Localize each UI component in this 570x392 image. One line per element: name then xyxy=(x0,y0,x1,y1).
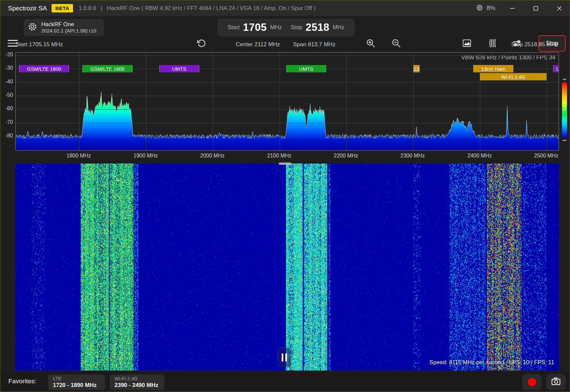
stop-freq-label: Stop xyxy=(290,24,302,31)
colorbar-bottom-handle[interactable] xyxy=(563,140,566,141)
gridline-vertical xyxy=(346,53,347,150)
band-badge: UMTS xyxy=(159,65,200,72)
band-badge: UMTS xyxy=(286,65,327,72)
pause-button[interactable] xyxy=(278,348,291,367)
band-badge: GSM/LTE 1800 xyxy=(82,65,133,72)
favorite-range: 1720 - 1890 MHz xyxy=(53,382,100,389)
x-axis-tick-label: 2400 MHz xyxy=(468,153,492,159)
x-axis-tick-label: 2500 MHz xyxy=(534,153,559,159)
y-axis-tick-label: -40 xyxy=(0,79,13,85)
band-badge: LT xyxy=(553,65,559,72)
device-firmware: 2024.02.1 (API:1.08) r10 xyxy=(41,28,96,34)
favorite-name: Wi-Fi 2.4G xyxy=(115,376,159,382)
record-icon xyxy=(528,378,536,386)
y-axis-tick-label: -80 xyxy=(0,133,13,139)
frequency-status-row: Start 1705.15 MHz Center 2112 MHz Span 8… xyxy=(0,39,570,51)
colorbar-marker xyxy=(563,106,566,107)
device-button[interactable]: HackRF One 2024.02.1 (API:1.08) r10 xyxy=(24,19,104,36)
gridline-vertical xyxy=(79,53,79,150)
start-freq-value[interactable]: 1705 xyxy=(243,21,267,34)
band-badge: 13 xyxy=(413,65,420,72)
device-name: HackRF One xyxy=(41,21,96,28)
app-version: 1.0.8.0 xyxy=(79,5,96,12)
start-freq-label: Start xyxy=(228,24,240,31)
gridline-horizontal xyxy=(16,123,559,123)
app-window: Spectrozir SA BETA 1.0.8.0 | HackRF One … xyxy=(0,0,570,392)
x-axis-tick-label: 2000 MHz xyxy=(200,153,225,159)
gridline-vertical xyxy=(280,53,280,150)
amplitude-colorbar[interactable] xyxy=(562,82,567,138)
camera-icon xyxy=(551,376,561,388)
gridline-horizontal xyxy=(16,109,559,110)
spectrum-plot: VBW 626 kHz / Points 1300 / FPS 34 GSM/L… xyxy=(15,52,559,150)
gear-icon xyxy=(28,22,37,33)
pause-icon xyxy=(285,353,287,362)
colorbar-marker xyxy=(563,109,566,110)
titlebar-divider: | xyxy=(101,5,102,12)
x-axis-tick-label: 1800 MHz xyxy=(67,153,91,159)
gridline-vertical xyxy=(547,53,547,150)
cpu-usage-value: 8% xyxy=(487,5,495,12)
gridline-vertical xyxy=(146,53,146,150)
y-axis-tick-label: -50 xyxy=(0,92,13,98)
minimize-button[interactable] xyxy=(505,0,520,16)
favorite-lte-button[interactable]: LTE 1720 - 1890 MHz xyxy=(48,375,105,390)
y-axis-tick-label: -70 xyxy=(0,119,13,125)
record-button[interactable] xyxy=(522,374,542,390)
waterfall-speed-text: Speed: 8115 MHz per second / LPS: 10 / F… xyxy=(429,359,554,366)
status-span: Span 813.7 MHz xyxy=(293,41,336,48)
cpu-usage-indicator: 8% xyxy=(475,3,495,13)
gridline-horizontal xyxy=(16,55,559,56)
y-axis-tick-label: -60 xyxy=(0,106,13,112)
start-freq-unit: MHz xyxy=(270,24,282,31)
gridline-horizontal xyxy=(16,136,559,137)
status-center: Center 2112 MHz xyxy=(236,41,280,48)
split-drag-handle[interactable] xyxy=(279,162,291,165)
x-axis-tick-label: 2100 MHz xyxy=(267,153,292,159)
favorites-bar: Favorites: LTE 1720 - 1890 MHz Wi-Fi 2.4… xyxy=(0,372,570,392)
stop-freq-value[interactable]: 2518 xyxy=(305,21,329,34)
gridline-horizontal xyxy=(16,96,559,96)
band-badge: 13cm Ham xyxy=(473,65,513,72)
x-axis-tick-label: 1900 MHz xyxy=(134,153,158,159)
x-axis-tick-label: 2200 MHz xyxy=(334,153,358,159)
favorite-name: LTE xyxy=(53,376,100,382)
frequency-range-box[interactable]: Start 1705 MHz Stop 2518 MHz xyxy=(217,19,355,36)
status-stop: Stop 2518.85 MHz xyxy=(511,41,558,48)
device-summary: HackRF One ( RBW 4.92 kHz / FFT 4064 / L… xyxy=(107,5,315,12)
beta-badge: BETA xyxy=(52,4,73,12)
band-badge: GSM/LTE 1800 xyxy=(19,65,69,72)
favorites-label: Favorites: xyxy=(8,378,36,385)
y-axis-tick-label: -20 xyxy=(0,52,13,58)
maximize-button[interactable] xyxy=(528,0,544,16)
favorite-range: 2390 - 2490 MHz xyxy=(115,382,159,389)
colorbar-top-handle[interactable] xyxy=(563,79,566,80)
toolbar: HackRF One 2024.02.1 (API:1.08) r10 Star… xyxy=(0,16,570,39)
favorite-wifi-button[interactable]: Wi-Fi 2.4G 2390 - 2490 MHz xyxy=(110,375,164,390)
waterfall-canvas xyxy=(15,164,559,371)
screenshot-button[interactable] xyxy=(546,374,566,390)
band-badge: Wi-Fi 2.4G xyxy=(480,73,547,80)
status-start: Start 1705.15 MHz xyxy=(15,41,63,48)
y-axis-tick-label: -30 xyxy=(0,65,13,71)
cpu-icon xyxy=(475,3,484,13)
x-axis-labels: 1800 MHz1900 MHz2000 MHz2100 MHz2200 MHz… xyxy=(0,153,570,161)
titlebar: Spectrozir SA BETA 1.0.8.0 | HackRF One … xyxy=(0,0,570,16)
x-axis-tick-label: 2300 MHz xyxy=(401,153,425,159)
pause-icon xyxy=(282,353,283,362)
stop-freq-unit: MHz xyxy=(333,24,344,31)
gridline-vertical xyxy=(213,53,213,150)
waterfall-display: Speed: 8115 MHz per second / LPS: 10 / F… xyxy=(15,164,559,371)
close-button[interactable] xyxy=(552,0,567,16)
gridline-horizontal xyxy=(16,82,559,83)
app-title: Spectrozir SA xyxy=(8,5,47,12)
